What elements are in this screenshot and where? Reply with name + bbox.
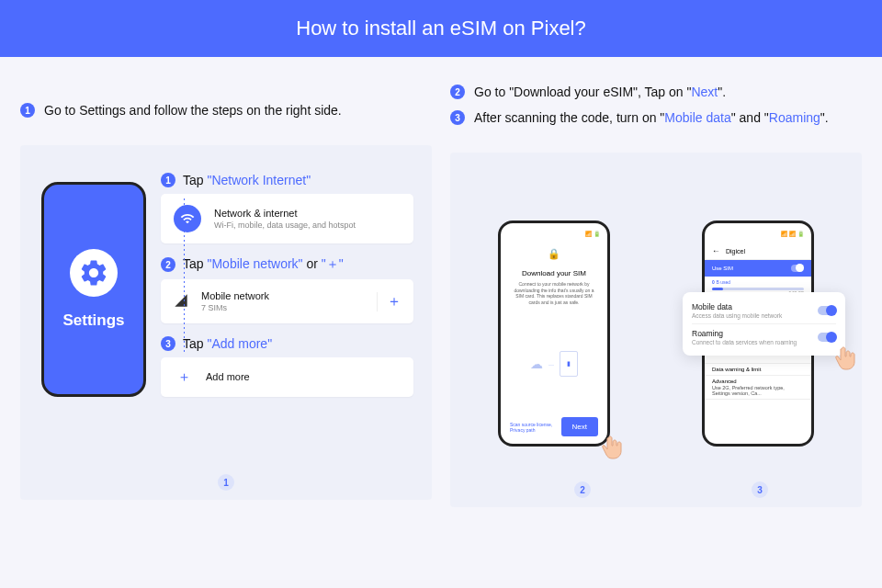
panel-number-1: 1 [218,474,234,491]
substep-text-1: Tap "Network Internet" [183,173,311,187]
page-title: How to install an eSIM on Pixel? [0,0,882,57]
plus-icon: ＋ [177,368,191,386]
cloud-icon: ☁ [530,356,543,371]
panel-number-3: 3 [752,481,768,498]
network-internet-card[interactable]: Network & internet Wi-Fi, mobile, data u… [161,194,413,243]
intro-step-3: 3 After scanning the code, turn on "Mobi… [450,110,862,125]
substep-text-3: Tap "Add more" [183,336,272,351]
sim-icon: ▮ [560,351,578,377]
intro-step-2: 2 Go to "Download your eSIM", Tap on "Ne… [450,85,862,99]
bullet-3: 3 [450,110,465,125]
back-icon[interactable]: ← [712,246,720,255]
substep-bullet-2: 2 [161,257,175,272]
signal-icon [174,293,188,311]
intro-text-3: After scanning the code, turn on "Mobile… [474,110,829,125]
panel-number-2: 2 [574,481,591,498]
step-connector-line [184,198,185,355]
lock-icon: 🔒 [510,248,598,260]
substep-bullet-1: 1 [161,173,175,187]
intro-text-2: Go to "Download your eSIM", Tap on "Next… [474,85,726,99]
add-more-card[interactable]: ＋ Add more [161,357,413,397]
next-button[interactable]: Next [561,417,598,436]
intro-step-1: 1 Go to Settings and follow the steps on… [20,103,432,118]
settings-phone-mock: Settings [41,182,146,397]
substep-bullet-3: 3 [161,336,175,351]
gear-icon [70,249,118,297]
plus-icon[interactable]: ＋ [377,292,401,311]
mobile-data-toggle[interactable] [818,306,836,315]
bullet-1: 1 [20,103,35,118]
mobile-network-card[interactable]: Mobile network 7 SIMs ＋ [161,279,413,323]
substep-text-2: Tap "Mobile network" or "＋" [183,256,344,273]
download-sim-phone: ⠀📶🔋 🔒 Download your SIM Connect to your … [498,220,610,447]
roaming-toggle[interactable] [818,333,836,342]
settings-label: Settings [62,311,124,330]
toggles-overlay: Mobile data Access data using mobile net… [683,292,845,356]
use-sim-toggle[interactable]: Use SIM [705,260,811,277]
intro-text-1: Go to Settings and follow the steps on t… [44,103,342,118]
wifi-icon [174,205,201,232]
bullet-2: 2 [450,85,465,99]
